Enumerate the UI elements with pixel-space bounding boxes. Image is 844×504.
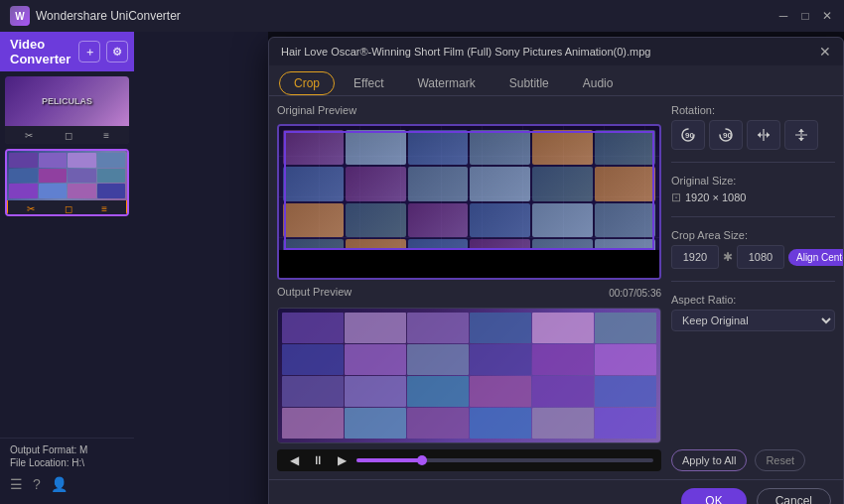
rotation-label: Rotation: <box>671 104 835 116</box>
aspect-ratio-label: Aspect Ratio: <box>671 294 835 306</box>
svg-text:90: 90 <box>723 131 732 140</box>
file-thumb-1[interactable]: PELICULAS ✂ ◻ ≡ <box>5 76 129 144</box>
divider-3 <box>671 281 835 282</box>
original-size-label: Original Size: <box>671 175 835 187</box>
svg-text:90: 90 <box>685 131 694 140</box>
crop-dialog: Hair Love Oscar®-Winning Short Film (Ful… <box>268 37 844 504</box>
tab-crop[interactable]: Crop <box>279 71 335 95</box>
copy-icon-2[interactable]: ◻ <box>65 203 72 214</box>
reset-button[interactable]: Reset <box>755 449 805 471</box>
maximize-icon[interactable]: □ <box>798 9 812 23</box>
preview-area: Original Preview <box>277 104 661 471</box>
rotate-left-button[interactable]: 90 <box>671 120 705 150</box>
right-panel: Rotation: 90 <box>671 104 835 471</box>
align-center-button[interactable]: Align Center <box>788 249 843 266</box>
dialog-footer: OK Cancel <box>269 479 843 504</box>
app-logo: W Wondershare UniConverter <box>10 6 181 26</box>
crop-inputs: ✱ Align Center <box>671 245 835 269</box>
copy-icon-1[interactable]: ◻ <box>65 130 72 141</box>
output-preview-header: Output Preview 00:07/05:36 <box>277 286 661 300</box>
aspect-ratio-select[interactable]: Keep Original 16:9 4:3 1:1 <box>671 310 835 331</box>
tab-audio[interactable]: Audio <box>568 71 629 95</box>
apply-to-all-button[interactable]: Apply to All <box>671 449 747 471</box>
tab-watermark[interactable]: Watermark <box>402 71 490 95</box>
film-cell <box>532 167 593 201</box>
minimize-icon[interactable]: ─ <box>776 9 790 23</box>
thumb-controls-1: ✂ ◻ ≡ <box>5 126 129 144</box>
thumb-image-1: PELICULAS <box>5 76 129 126</box>
help-icon[interactable]: ? <box>33 476 41 492</box>
crop-height-input[interactable] <box>737 245 784 269</box>
original-size-value-row: ⊡ 1920 × 1080 <box>671 190 835 204</box>
cut-icon-1[interactable]: ✂ <box>25 130 33 141</box>
crop-separator: ✱ <box>723 250 733 264</box>
film-cell <box>595 167 655 201</box>
app-title: Wondershare UniConverter <box>36 9 181 23</box>
play-forward-icon[interactable]: ▶ <box>333 453 351 467</box>
file-location-row: File Location: H:\ <box>10 457 124 468</box>
menu-icon-1[interactable]: ≡ <box>103 130 109 141</box>
film-cell <box>346 203 406 238</box>
crop-width-input[interactable] <box>671 245 719 269</box>
thumb-controls-2: ✂ ◻ ≡ <box>7 200 127 216</box>
thumb-image-2 <box>7 151 127 200</box>
film-cell <box>532 203 593 238</box>
output-preview-box <box>277 308 661 443</box>
file-location-value: H:\ <box>71 457 84 468</box>
film-cell <box>408 167 469 201</box>
sidebar-bottom: Output Format: M File Location: H:\ ☰ ? … <box>0 438 134 504</box>
ok-button[interactable]: OK <box>681 488 746 504</box>
settings-icon[interactable]: ⚙ <box>106 41 128 63</box>
sidebar-header-icons: ＋ ⚙ <box>78 41 128 63</box>
tab-effect[interactable]: Effect <box>339 71 398 95</box>
menu-icon-2[interactable]: ≡ <box>101 203 107 214</box>
profile-icon[interactable]: 👤 <box>51 476 68 492</box>
film-cell <box>470 167 530 201</box>
add-file-icon[interactable]: ＋ <box>78 41 100 63</box>
film-cell <box>470 203 530 238</box>
cut-icon-2[interactable]: ✂ <box>27 203 35 214</box>
close-icon[interactable]: ✕ <box>820 9 834 23</box>
size-icon: ⊡ <box>671 190 681 204</box>
tab-subtitle[interactable]: Subtitle <box>494 71 564 95</box>
film-cell <box>408 203 469 238</box>
file-list: PELICULAS ✂ ◻ ≡ <box>0 71 134 438</box>
play-back-icon[interactable]: ◀ <box>285 453 303 467</box>
svg-marker-3 <box>767 132 770 138</box>
film-cell <box>283 167 344 201</box>
film-cell <box>595 203 655 238</box>
window-controls[interactable]: ─ □ ✕ <box>776 9 834 23</box>
content-area: Hair Love Oscar®-Winning Short Film (Ful… <box>134 32 844 504</box>
dialog-close-button[interactable]: ✕ <box>819 44 831 60</box>
time-indicator: 00:07/05:36 <box>609 288 661 299</box>
video-controls: ◀ ⏸ ▶ <box>277 449 661 471</box>
cancel-button[interactable]: Cancel <box>757 488 831 504</box>
original-preview-box <box>277 124 661 280</box>
film-cell <box>283 203 344 238</box>
film-cell <box>595 130 655 165</box>
dialog-title: Hair Love Oscar®-Winning Short Film (Ful… <box>281 46 650 58</box>
dialog-content: Original Preview <box>269 96 843 479</box>
logo-icon: W <box>10 6 30 26</box>
svg-marker-2 <box>758 132 761 138</box>
bookmark-icon[interactable]: ☰ <box>10 476 23 492</box>
flip-horizontal-button[interactable] <box>747 120 780 150</box>
file-thumb-2[interactable]: ✂ ◻ ≡ <box>5 149 129 216</box>
pause-icon[interactable]: ⏸ <box>309 453 327 467</box>
file-location-label: File Location: <box>10 457 69 468</box>
film-cell <box>283 130 344 165</box>
progress-bar[interactable] <box>356 458 653 462</box>
flip-vertical-button[interactable] <box>784 120 818 150</box>
film-cell <box>346 130 406 165</box>
rotate-right-button[interactable]: 90 <box>709 120 743 150</box>
progress-dot <box>417 455 427 465</box>
divider-1 <box>671 162 835 163</box>
sidebar-footer-icons: ☰ ? 👤 <box>10 470 124 498</box>
sidebar-header: Video Converter ＋ ⚙ <box>0 32 134 71</box>
original-size-value: 1920 × 1080 <box>685 191 746 203</box>
output-format-label: Output Format: <box>10 444 76 455</box>
dialog-tabs: Crop Effect Watermark Subtitle Audio <box>269 65 843 96</box>
film-cell <box>346 167 406 201</box>
dialog-titlebar: Hair Love Oscar®-Winning Short Film (Ful… <box>269 38 843 65</box>
action-buttons: Apply to All Reset <box>671 449 835 471</box>
